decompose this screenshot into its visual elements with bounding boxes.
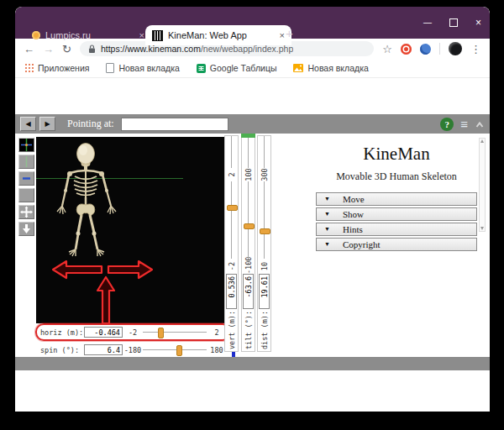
new-tab-button[interactable]: + <box>286 27 293 39</box>
dist-label: dist (m): <box>260 309 269 351</box>
pointing-at-input[interactable] <box>121 118 228 131</box>
tilt-slider-track[interactable] <box>248 181 249 259</box>
horizontal-axis-button[interactable] <box>18 171 34 186</box>
accordion-menu: ▼ Move ▼ Show ▼ Hints ▼ Copyright <box>316 192 477 251</box>
drop-button[interactable] <box>18 222 34 236</box>
vert-max-label: 2 <box>228 168 236 181</box>
chevron-down-icon: ▼ <box>324 226 330 233</box>
axes-view-button[interactable] <box>18 138 34 152</box>
pan-cross-icon <box>19 206 34 218</box>
browser-menu-icon[interactable]: ⋮ <box>470 44 481 55</box>
tab-lumpics[interactable]: Lumpics.ru × <box>27 25 150 45</box>
minimize-button[interactable]: — <box>423 18 432 27</box>
accordion-move[interactable]: ▼ Move <box>316 192 477 206</box>
bookmark-newtab-1[interactable]: Новая вкладка <box>106 63 179 73</box>
vert-slider: vert (m): -2 2 <box>224 135 239 352</box>
accordion-hints[interactable]: ▼ Hints <box>316 223 477 236</box>
spin-slider-thumb[interactable] <box>176 345 182 356</box>
tilt-label: tilt (°): <box>244 309 253 351</box>
help-button[interactable]: ? <box>440 118 454 131</box>
view-tool-column <box>18 138 34 239</box>
horiz-slider-row: horiz (m): -2 2 <box>40 326 227 338</box>
chevron-down-icon: ▼ <box>324 211 330 218</box>
tab-label: Lumpics.ru <box>45 30 136 40</box>
accordion-label: Show <box>343 209 364 219</box>
right-arrow <box>108 261 152 278</box>
pan-button[interactable] <box>18 205 34 219</box>
dist-max-label: 300 <box>260 168 269 181</box>
panel-scrollbar[interactable] <box>479 138 486 232</box>
browser-window: Lumpics.ru × KineMan: Web App × + — × ← … <box>15 7 490 412</box>
dist-track-tail <box>264 136 265 168</box>
app-main: horiz (m): -2 2 spin (°): -180 180 vert … <box>15 134 490 357</box>
vert-slider-thumb[interactable] <box>227 205 238 211</box>
tab-label: KineMan: Web App <box>168 30 276 40</box>
dist-slider-track[interactable] <box>264 181 265 259</box>
horiz-value-input[interactable] <box>84 327 123 338</box>
dist-value-input[interactable] <box>259 274 270 309</box>
window-controls: — × <box>423 18 481 27</box>
apps-shortcut[interactable]: Приложения <box>25 63 89 73</box>
vertical-line-icon <box>19 155 34 168</box>
dist-slider-inner: dist (m): 10 300 <box>258 136 270 351</box>
tab-close-icon[interactable]: × <box>280 30 285 40</box>
next-button[interactable]: ▶ <box>39 117 55 131</box>
app-menu-icon[interactable]: ≡ <box>460 118 468 130</box>
accordion-show[interactable]: ▼ Show <box>316 207 477 221</box>
spin-min-label: -180 <box>123 346 143 354</box>
profile-avatar[interactable] <box>449 42 462 55</box>
horiz-slider-track[interactable] <box>143 332 207 333</box>
tilt-max-label: 100 <box>244 168 253 181</box>
vert-slider-inner: vert (m): -2 2 <box>225 136 238 351</box>
accordion-label: Hints <box>343 224 363 234</box>
horiz-slider-thumb[interactable] <box>158 328 164 338</box>
bookmark-star-icon[interactable]: ☆ <box>382 44 392 55</box>
image-icon <box>293 64 303 72</box>
tab-close-icon[interactable]: × <box>139 30 144 40</box>
dist-slider-thumb[interactable] <box>260 228 270 234</box>
spin-slider-row: spin (°): -180 180 <box>40 343 227 356</box>
prev-button[interactable]: ◀ <box>20 117 36 131</box>
bookmark-label: Google Таблицы <box>210 63 277 73</box>
info-panel: KineMan Movable 3D Human Skeleton ▼ Move… <box>316 134 477 253</box>
tilt-value-input[interactable] <box>243 274 254 309</box>
accordion-copyright[interactable]: ▼ Copyright <box>316 238 477 251</box>
extension-blue-icon[interactable] <box>420 44 431 55</box>
spin-slider-track[interactable] <box>143 349 207 350</box>
skeleton-3d-canvas[interactable] <box>36 137 225 323</box>
collapse-chevron-icon[interactable] <box>475 120 485 128</box>
tab-kineman[interactable]: KineMan: Web App × <box>145 25 291 45</box>
vert-label: vert (m): <box>228 309 236 351</box>
tilt-track-tail <box>248 136 249 168</box>
bookmark-label: Новая вкладка <box>118 63 179 73</box>
close-window-button[interactable]: × <box>475 18 481 27</box>
blank-view-button[interactable] <box>18 188 34 202</box>
page-bottom-whitespace <box>15 370 490 412</box>
vert-slider-track[interactable] <box>231 181 232 259</box>
page-title: KineMan <box>316 144 477 165</box>
extension-red-icon[interactable] <box>401 44 412 55</box>
sheets-icon <box>197 64 206 73</box>
bookmark-newtab-2[interactable]: Новая вкладка <box>293 63 368 73</box>
lumpics-favicon <box>32 31 40 39</box>
page-subtitle: Movable 3D Human Skeleton <box>316 170 477 183</box>
dist-min-label: 10 <box>260 259 269 274</box>
accordion-label: Copyright <box>343 239 381 249</box>
vert-min-label: -2 <box>228 259 236 274</box>
tilt-slider-thumb[interactable] <box>244 223 255 229</box>
bookmark-sheets[interactable]: Google Таблицы <box>197 63 277 73</box>
scroll-down-icon[interactable] <box>480 227 484 230</box>
horizontal-line-icon <box>19 172 34 185</box>
vert-track-tail <box>231 136 232 168</box>
vertical-axis-button[interactable] <box>18 155 34 169</box>
vert-value-input[interactable] <box>226 274 237 309</box>
spin-value-input[interactable] <box>84 344 123 355</box>
page-icon <box>106 63 114 73</box>
scroll-up-icon[interactable] <box>480 139 484 143</box>
app-toolbar: ◀ ▶ Pointing at: ? ≡ <box>15 114 490 134</box>
maximize-button[interactable] <box>449 18 458 27</box>
browser-titlebar: Lumpics.ru × KineMan: Web App × + — × <box>15 7 490 39</box>
page-top-whitespace <box>15 78 490 114</box>
spin-label: spin (°): <box>40 346 84 354</box>
down-arrow-icon <box>19 223 34 235</box>
